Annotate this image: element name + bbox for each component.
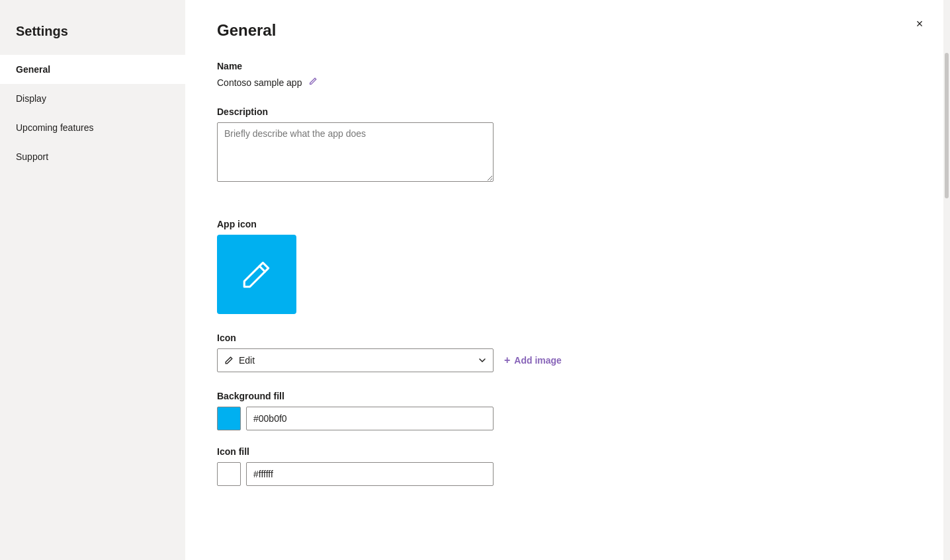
close-button[interactable]: × — [909, 13, 930, 34]
app-icon-section: App icon — [217, 219, 912, 314]
description-textarea[interactable] — [217, 122, 494, 182]
name-label: Name — [217, 61, 912, 71]
app-icon-preview[interactable] — [217, 235, 296, 314]
app-icon-label: App icon — [217, 219, 912, 229]
icon-fill-row — [217, 462, 912, 486]
description-label: Description — [217, 106, 912, 117]
background-fill-row — [217, 407, 912, 430]
add-image-button[interactable]: + Add image — [504, 354, 562, 366]
plus-icon: + — [504, 354, 510, 366]
icon-section: Icon Edit + Add image — [217, 333, 912, 372]
background-fill-label: Background fill — [217, 391, 912, 401]
scrollbar-area — [943, 0, 950, 560]
background-fill-input[interactable] — [246, 407, 494, 430]
background-fill-section: Background fill — [217, 391, 912, 430]
description-section: Description — [217, 106, 912, 203]
name-row: Contoso sample app — [217, 77, 912, 88]
sidebar-item-upcoming-features[interactable]: Upcoming features — [0, 113, 185, 142]
sidebar: Settings General Display Upcoming featur… — [0, 0, 185, 560]
name-edit-icon[interactable] — [308, 77, 318, 88]
add-image-label: Add image — [514, 355, 562, 366]
pencil-icon — [240, 258, 273, 291]
edit-small-icon — [224, 356, 234, 365]
sidebar-item-support[interactable]: Support — [0, 142, 185, 171]
page-title: General — [217, 21, 912, 40]
sidebar-item-general[interactable]: General — [0, 55, 185, 84]
main-content: × General Name Contoso sample app Descri… — [185, 0, 943, 560]
chevron-down-icon — [478, 356, 486, 364]
icon-select-dropdown[interactable]: Edit — [217, 348, 494, 372]
icon-label: Icon — [217, 333, 912, 343]
icon-select-value: Edit — [239, 355, 255, 366]
icon-fill-input[interactable] — [246, 462, 494, 486]
sidebar-title: Settings — [0, 13, 185, 55]
name-section: Name Contoso sample app — [217, 61, 912, 88]
icon-controls: Edit + Add image — [217, 348, 912, 372]
background-fill-swatch[interactable] — [217, 407, 241, 430]
icon-fill-label: Icon fill — [217, 446, 912, 457]
icon-fill-swatch[interactable] — [217, 462, 241, 486]
icon-fill-section: Icon fill — [217, 446, 912, 486]
scrollbar-thumb[interactable] — [945, 53, 949, 198]
name-value: Contoso sample app — [217, 77, 302, 88]
sidebar-item-display[interactable]: Display — [0, 84, 185, 113]
